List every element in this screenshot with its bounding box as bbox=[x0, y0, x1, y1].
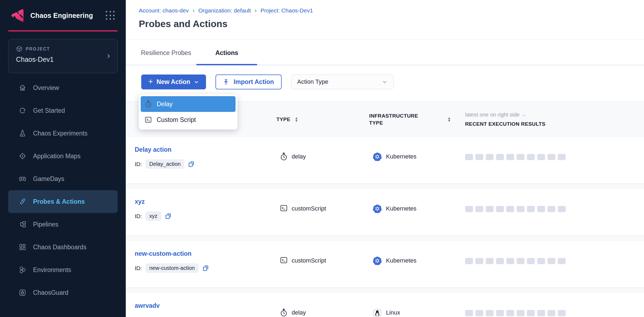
chevron-right-icon bbox=[105, 53, 111, 59]
plus-icon: + bbox=[148, 77, 153, 86]
chevron-down-icon bbox=[194, 79, 199, 85]
stopwatch-icon bbox=[144, 100, 152, 108]
app-window: Chaos Engineering PROJECT Chaos-Dev1 bbox=[0, 0, 644, 317]
new-action-menu: Delay Custom Script bbox=[139, 94, 237, 130]
execution-result-placeholder bbox=[486, 258, 494, 264]
recent-execution-results bbox=[465, 293, 636, 317]
terminal-icon bbox=[280, 256, 288, 264]
breadcrumb-separator: › bbox=[192, 7, 194, 14]
pipelines-icon bbox=[18, 220, 27, 228]
table-header-results: latest one on right side → RECENT EXECUT… bbox=[465, 112, 636, 127]
sidebar-item-label: Chaos Dashboards bbox=[33, 244, 86, 251]
action-type-cell: delay bbox=[276, 293, 369, 317]
recent-execution-results bbox=[465, 241, 636, 287]
execution-result-placeholder bbox=[465, 206, 473, 212]
sidebar-item-environments[interactable]: Environments bbox=[8, 258, 118, 281]
execution-result-placeholder bbox=[486, 154, 494, 160]
project-selector[interactable]: PROJECT Chaos-Dev1 bbox=[8, 39, 118, 73]
action-type-select[interactable]: Action Type bbox=[291, 75, 394, 89]
sidebar-item-application-maps[interactable]: Application Maps bbox=[8, 145, 118, 167]
import-icon bbox=[223, 79, 230, 86]
action-name-link[interactable]: awrvadv bbox=[135, 302, 160, 309]
home-icon bbox=[18, 84, 27, 92]
sidebar-item-chaosguard[interactable]: ChaosGuard bbox=[8, 281, 118, 304]
execution-result-placeholder bbox=[558, 154, 566, 160]
action-name-link[interactable]: xyz bbox=[135, 198, 145, 205]
gamepad-icon bbox=[18, 175, 27, 183]
execution-result-placeholder bbox=[496, 206, 504, 212]
execution-result-placeholder bbox=[465, 258, 473, 264]
action-id-value: new-custom-action bbox=[146, 263, 199, 273]
sort-arrows-icon[interactable]: ▲▼ bbox=[447, 117, 451, 122]
sidebar-item-get-started[interactable]: Get Started bbox=[8, 99, 118, 122]
sidebar-item-label: ChaosGuard bbox=[33, 289, 68, 296]
tab-actions[interactable]: Actions bbox=[196, 49, 257, 65]
sidebar-item-pipelines[interactable]: Pipelines bbox=[8, 213, 118, 236]
terminal-icon bbox=[280, 204, 288, 212]
execution-result-placeholder bbox=[517, 206, 524, 212]
sidebar-item-chaos-experiments[interactable]: Chaos Experiments bbox=[8, 122, 118, 145]
execution-result-placeholder bbox=[537, 206, 545, 212]
copy-icon[interactable] bbox=[188, 161, 195, 167]
copy-icon[interactable] bbox=[202, 265, 209, 271]
breadcrumb-project-link[interactable]: Project: Chaos-Dev1 bbox=[260, 7, 313, 14]
chaos-logo-icon bbox=[10, 8, 25, 23]
execution-result-placeholder bbox=[548, 258, 555, 264]
sidebar-item-label: Probes & Actions bbox=[33, 198, 85, 205]
brand-header: Chaos Engineering bbox=[0, 0, 126, 23]
actions-table: TYPE ▲▼ INFRASTRUCTURE TYPE ▲▼ latest on… bbox=[126, 101, 644, 317]
execution-result-placeholder bbox=[475, 206, 483, 212]
sidebar-item-probes-actions[interactable]: Probes & Actions bbox=[8, 190, 118, 213]
execution-result-placeholder bbox=[496, 310, 504, 316]
execution-result-placeholder bbox=[558, 310, 566, 316]
menu-item-delay[interactable]: Delay bbox=[141, 96, 236, 112]
dashboards-icon bbox=[18, 243, 27, 251]
page-header: Account: chaos-dev › Organization: defau… bbox=[126, 0, 644, 40]
execution-result-placeholder bbox=[548, 154, 555, 160]
linux-icon bbox=[372, 308, 382, 317]
breadcrumb-organization-link[interactable]: Organization: default bbox=[198, 7, 251, 14]
execution-result-placeholder bbox=[537, 154, 545, 160]
sidebar-item-label: Pipelines bbox=[33, 221, 58, 228]
import-action-button[interactable]: Import Action bbox=[215, 75, 282, 89]
sidebar-item-label: Environments bbox=[33, 266, 71, 274]
brand-divider bbox=[8, 30, 118, 31]
action-name-link[interactable]: Delay action bbox=[135, 146, 172, 153]
sidebar-item-overview[interactable]: Overview bbox=[8, 76, 118, 99]
app-switcher-grid-icon[interactable] bbox=[106, 11, 115, 20]
copy-icon[interactable] bbox=[165, 213, 172, 219]
table-row: new-custom-action ID: new-custom-action bbox=[126, 241, 644, 287]
page-title: Probes and Actions bbox=[139, 18, 644, 29]
execution-result-placeholder bbox=[506, 154, 514, 160]
results-hint: latest one on right side → bbox=[465, 112, 636, 118]
sort-arrows-icon[interactable]: ▲▼ bbox=[295, 117, 298, 122]
execution-result-placeholder bbox=[496, 154, 504, 160]
recent-execution-results bbox=[465, 137, 636, 183]
action-id-value: xyz bbox=[146, 211, 161, 221]
sidebar-item-gamedays[interactable]: GameDays bbox=[8, 167, 118, 190]
breadcrumb-account-link[interactable]: Account: chaos-dev bbox=[139, 7, 189, 14]
menu-item-custom-script[interactable]: Custom Script bbox=[141, 112, 236, 128]
project-name: Chaos-Dev1 bbox=[16, 56, 111, 63]
execution-result-placeholder bbox=[517, 258, 524, 264]
chevron-down-icon bbox=[382, 79, 387, 85]
breadcrumb-separator: › bbox=[255, 7, 257, 14]
sidebar-item-chaos-dashboards[interactable]: Chaos Dashboards bbox=[8, 236, 118, 258]
recent-execution-results bbox=[465, 189, 636, 235]
sidebar-item-label: Application Maps bbox=[33, 153, 80, 160]
stopwatch-icon bbox=[280, 152, 288, 161]
execution-result-placeholder bbox=[506, 206, 514, 212]
tab-resilience-probes[interactable]: Resilience Probes bbox=[141, 49, 191, 65]
execution-result-placeholder bbox=[527, 310, 535, 316]
infrastructure-cell: Kubernetes bbox=[369, 137, 465, 183]
sidebar-item-label: Overview bbox=[33, 84, 59, 92]
execution-result-placeholder bbox=[506, 310, 514, 316]
execution-result-placeholder bbox=[465, 310, 473, 316]
action-name-link[interactable]: new-custom-action bbox=[135, 250, 192, 257]
new-action-button[interactable]: + New Action bbox=[141, 75, 206, 89]
execution-result-placeholder bbox=[548, 206, 555, 212]
execution-result-placeholder bbox=[517, 310, 524, 316]
execution-result-placeholder bbox=[486, 310, 494, 316]
execution-result-placeholder bbox=[465, 154, 473, 160]
action-type-cell: customScript bbox=[276, 241, 369, 287]
